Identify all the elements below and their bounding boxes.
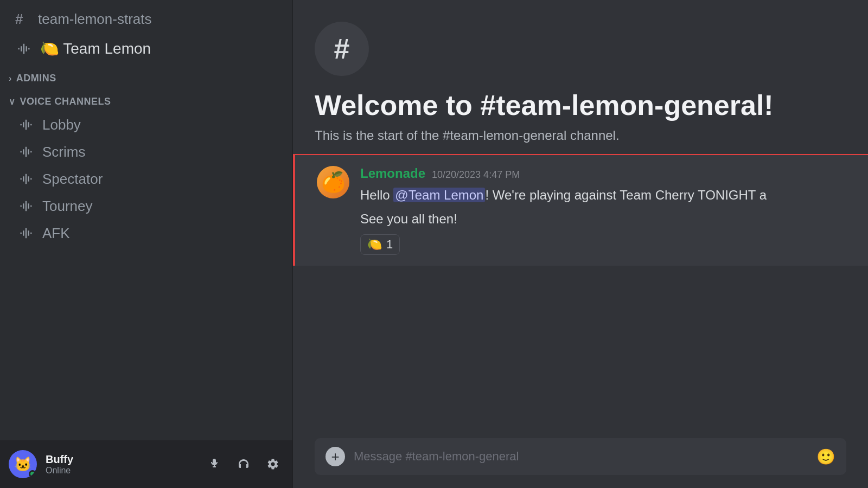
channel-welcome: # Welcome to #team-lemon-general! This i… [293, 0, 868, 154]
avatar-emoji: 🍊 [321, 171, 346, 194]
message-author: Lemonade [360, 166, 425, 181]
add-attachment-button[interactable]: + [326, 447, 345, 466]
section-voice-label: VOICE CHANNELS [20, 96, 111, 107]
voice-icon [15, 40, 33, 57]
avatar: 🐱 [9, 450, 37, 478]
voice-channel-lobby[interactable]: Lobby [4, 112, 288, 138]
user-area: 🐱 Buffy Online [0, 440, 292, 488]
message-text-line2: See you all then! [360, 211, 846, 227]
plus-icon: + [331, 448, 339, 465]
voice-icon-scrims [17, 143, 35, 160]
emoji-button[interactable]: 🙂 [816, 447, 835, 466]
voice-channel-afk-label: AFK [42, 225, 70, 242]
voice-channel-scrims[interactable]: Scrims [4, 139, 288, 165]
hash-symbol: # [334, 33, 350, 65]
voice-icon-tourney [17, 197, 35, 215]
channel-list: # team-lemon-strats 🍋 Team Lemon › ADMIN… [0, 0, 292, 440]
channel-name-strats: team-lemon-strats [38, 11, 152, 28]
channel-item-strats[interactable]: # team-lemon-strats [4, 5, 288, 33]
message-text-line1: Hello @Team Lemon! We're playing against… [360, 185, 846, 205]
voice-channel-afk[interactable]: AFK [4, 220, 288, 246]
reaction-lemon[interactable]: 🍋 1 [360, 234, 400, 255]
voice-channel-spectator-label: Spectator [42, 171, 103, 188]
voice-channel-tourney[interactable]: Tourney [4, 193, 288, 219]
headphones-button[interactable] [233, 453, 254, 475]
message-timestamp: 10/20/2023 4:47 PM [432, 169, 520, 181]
sidebar: # team-lemon-strats 🍋 Team Lemon › ADMIN… [0, 0, 293, 488]
message-content: Lemonade 10/20/2023 4:47 PM Hello @Team … [360, 166, 846, 255]
message-avatar: 🍊 [317, 166, 349, 198]
emoji-icon-symbol: 🙂 [816, 448, 835, 466]
voice-channel-scrims-label: Scrims [42, 144, 85, 160]
section-admins-label: ADMINS [16, 73, 56, 84]
welcome-title: Welcome to #team-lemon-general! [315, 89, 846, 121]
hash-icon: # [15, 11, 30, 28]
user-info: Buffy Online [46, 453, 195, 476]
voice-channel-spectator[interactable]: Spectator [4, 166, 288, 192]
voice-channel-tourney-label: Tourney [42, 198, 93, 215]
channel-item-team-lemon-voice[interactable]: 🍋 Team Lemon [4, 34, 288, 63]
main-content: # Welcome to #team-lemon-general! This i… [293, 0, 868, 488]
message-item: 🍊 Lemonade 10/20/2023 4:47 PM Hello @Tea… [293, 155, 868, 266]
voice-icon-lobby [17, 116, 35, 133]
channel-icon: # [315, 22, 369, 76]
message-input[interactable] [354, 450, 807, 464]
settings-button[interactable] [262, 453, 284, 475]
channel-name-team-lemon: 🍋 Team Lemon [40, 40, 151, 57]
voice-channel-lobby-label: Lobby [42, 117, 81, 133]
user-status: Online [46, 466, 195, 476]
online-status-indicator [29, 470, 36, 478]
chevron-right-icon: › [9, 74, 12, 84]
chevron-down-icon: ∨ [9, 97, 16, 107]
message-input-container: + 🙂 [315, 438, 846, 475]
message-input-area: + 🙂 [293, 429, 868, 488]
voice-icon-afk [17, 224, 35, 242]
username: Buffy [46, 453, 195, 466]
user-controls [203, 453, 284, 475]
mic-button[interactable] [203, 453, 225, 475]
avatar-emoji: 🐱 [14, 456, 31, 473]
reaction-emoji: 🍋 [367, 237, 382, 252]
welcome-subtitle: This is the start of the #team-lemon-gen… [315, 128, 846, 143]
mention-team-lemon[interactable]: @Team Lemon [393, 188, 485, 202]
section-voice-channels[interactable]: ∨ VOICE CHANNELS [0, 87, 292, 111]
messages-area: 🍊 Lemonade 10/20/2023 4:47 PM Hello @Tea… [293, 155, 868, 429]
message-header: Lemonade 10/20/2023 4:47 PM [360, 166, 846, 181]
voice-icon-spectator [17, 170, 35, 188]
section-admins[interactable]: › ADMINS [0, 64, 292, 87]
reaction-count: 1 [386, 237, 393, 252]
